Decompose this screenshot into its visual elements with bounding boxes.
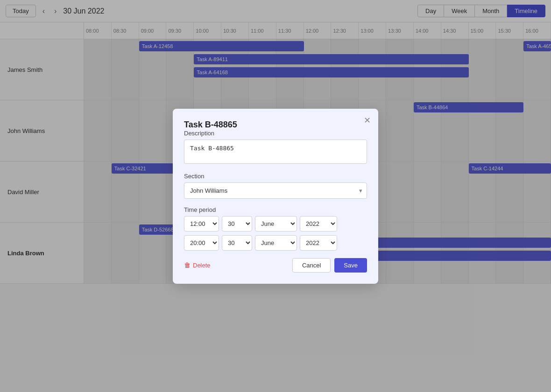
modal-title: Task B-48865 [184,120,237,129]
time-period-label: Time period [184,206,367,213]
modal-footer: 🗑 Delete Cancel Save [184,258,367,273]
section-select[interactable]: James SmithJohn WilliamsDavid MillerLind… [184,182,367,199]
footer-actions: Cancel Save [292,258,367,273]
start-time-row: 00:0001:0002:0003:0004:0005:0006:0007:00… [184,216,367,231]
end-minute-select[interactable]: 00153045 [222,235,252,251]
task-modal: Task B-48865 ✕ Description Task B-48865 … [173,109,378,284]
trash-icon: 🗑 [184,261,191,269]
section-select-wrapper: James SmithJohn WilliamsDavid MillerLind… [184,182,367,199]
delete-label: Delete [193,262,211,269]
end-year-select[interactable]: 2020202120222023 [300,235,337,251]
save-button[interactable]: Save [334,258,367,273]
description-label: Description [184,130,367,137]
start-year-select[interactable]: 2020202120222023 [300,216,337,231]
section-field-group: Section James SmithJohn WilliamsDavid Mi… [184,173,367,199]
end-month-select[interactable]: JanuaryFebruaryMarchAprilMayJuneJulyAugu… [255,235,297,251]
cancel-button[interactable]: Cancel [292,258,331,273]
description-field-group: Description Task B-48865 [184,130,367,165]
start-minute-select[interactable]: 00153045 [222,216,252,231]
end-time-row: 00:0001:0002:0003:0004:0005:0006:0007:00… [184,235,367,251]
section-label: Section [184,173,367,180]
time-period-field-group: Time period 00:0001:0002:0003:0004:0005:… [184,206,367,251]
start-month-select[interactable]: JanuaryFebruaryMarchAprilMayJuneJulyAugu… [255,216,297,231]
description-input[interactable]: Task B-48865 [184,140,367,164]
start-hour-select[interactable]: 00:0001:0002:0003:0004:0005:0006:0007:00… [184,216,219,231]
modal-close-button[interactable]: ✕ [364,116,371,125]
end-hour-select[interactable]: 00:0001:0002:0003:0004:0005:0006:0007:00… [184,235,219,251]
delete-button[interactable]: 🗑 Delete [184,261,211,269]
modal-overlay[interactable]: Task B-48865 ✕ Description Task B-48865 … [0,0,551,392]
